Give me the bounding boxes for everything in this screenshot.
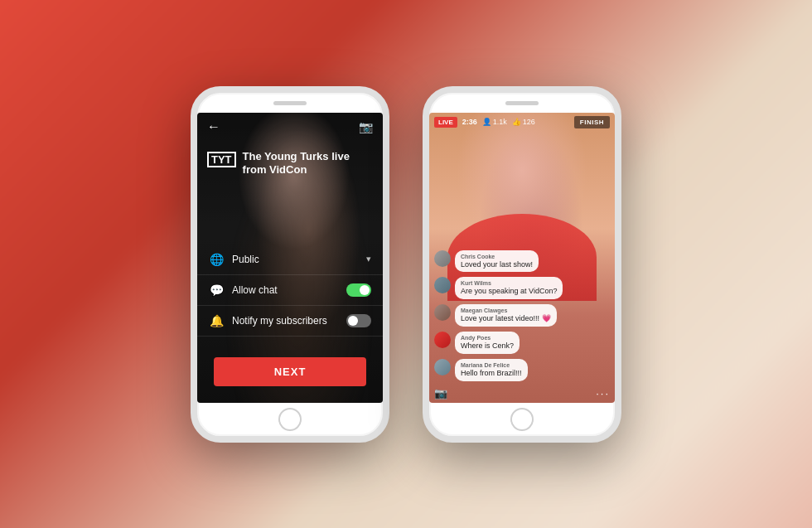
camera-footer-icon[interactable]: 📷 bbox=[434, 387, 447, 400]
phone1-header: ← 📷 bbox=[207, 119, 373, 134]
public-label: Public bbox=[232, 254, 358, 265]
likes-count: 126 bbox=[523, 118, 535, 126]
phone-2-screen: LIVE 2:36 👤 1.1k 👍 126 FINISH C bbox=[429, 113, 615, 403]
phone-2: LIVE 2:36 👤 1.1k 👍 126 FINISH C bbox=[423, 86, 621, 443]
phone2-footer: 📷 ··· bbox=[434, 387, 610, 400]
chat-avatar-4 bbox=[434, 332, 451, 348]
phones-container: ← 📷 TYT The Young Turks live from VidCon… bbox=[191, 86, 621, 443]
allow-chat-toggle[interactable] bbox=[346, 283, 371, 297]
camera-icon[interactable]: 📷 bbox=[359, 120, 373, 133]
tyt-logo: TYT bbox=[207, 152, 236, 167]
live-badge: LIVE bbox=[434, 117, 457, 128]
phone-home-button[interactable] bbox=[278, 408, 302, 431]
chat-text-5: Hello from Brazil!!! bbox=[461, 369, 522, 378]
chat-icon: 💬 bbox=[209, 283, 224, 297]
chat-name-5: Mariana De Felice bbox=[461, 362, 522, 368]
finish-button[interactable]: FINISH bbox=[574, 116, 610, 128]
option-public[interactable]: 🌐 Public ▾ bbox=[197, 245, 383, 275]
chat-name-2: Kurt Wilms bbox=[461, 280, 557, 286]
chat-avatar-3 bbox=[434, 304, 451, 321]
phone-1-screen: ← 📷 TYT The Young Turks live from VidCon… bbox=[197, 113, 383, 403]
stream-title: The Young Turks live from VidCon bbox=[243, 150, 373, 178]
bell-icon: 🔔 bbox=[209, 314, 224, 327]
chat-message-1: Chris Cooke Loved your last show! bbox=[434, 250, 610, 273]
chat-text-4: Where is Cenk? bbox=[461, 342, 514, 351]
chat-message-3: Maegan Clawges Love your latest video!!!… bbox=[434, 304, 610, 327]
notify-toggle[interactable] bbox=[346, 314, 371, 327]
more-options-icon[interactable]: ··· bbox=[596, 387, 610, 400]
live-time: 2:36 bbox=[462, 118, 477, 126]
likes-icon: 👍 bbox=[512, 118, 521, 126]
chat-bubble-4: Andy Poes Where is Cenk? bbox=[455, 332, 520, 354]
chat-text-3: Love your latest video!!! 💗 bbox=[461, 314, 551, 323]
chat-avatar-5 bbox=[434, 359, 451, 375]
phone2-header: LIVE 2:36 👤 1.1k 👍 126 FINISH bbox=[434, 116, 610, 128]
notify-label: Notify my subscribers bbox=[232, 315, 338, 327]
live-likes: 👍 126 bbox=[512, 118, 535, 126]
chat-name-1: Chris Cooke bbox=[461, 254, 533, 259]
chat-message-4: Andy Poes Where is Cenk? bbox=[434, 332, 610, 354]
phone-speaker bbox=[273, 101, 307, 105]
phone1-title-area: TYT The Young Turks live from VidCon bbox=[207, 150, 373, 178]
allow-chat-label: Allow chat bbox=[232, 284, 338, 296]
chat-bubble-3: Maegan Clawges Love your latest video!!!… bbox=[455, 304, 557, 327]
next-button[interactable]: NEXT bbox=[214, 357, 366, 386]
viewers-count: 1.1k bbox=[493, 118, 507, 126]
live-viewers: 👤 1.1k bbox=[482, 118, 507, 126]
public-icon: 🌐 bbox=[209, 253, 224, 266]
chat-text-2: Are you speaking at VidCon? bbox=[461, 287, 557, 296]
option-notify[interactable]: 🔔 Notify my subscribers bbox=[197, 306, 383, 337]
viewers-icon: 👤 bbox=[482, 118, 491, 126]
public-value: ▾ bbox=[366, 254, 371, 264]
chat-area: Chris Cooke Loved your last show! Kurt W… bbox=[429, 250, 615, 386]
chat-avatar-2 bbox=[434, 277, 451, 293]
chat-bubble-1: Chris Cooke Loved your last show! bbox=[455, 250, 539, 273]
chat-bubble-5: Mariana De Felice Hello from Brazil!!! bbox=[455, 359, 528, 381]
chat-text-1: Loved your last show! bbox=[461, 260, 533, 269]
chat-message-2: Kurt Wilms Are you speaking at VidCon? bbox=[434, 277, 610, 299]
phone1-options: 🌐 Public ▾ 💬 Allow chat 🔔 Notify my subs… bbox=[197, 245, 383, 337]
chat-message-5: Mariana De Felice Hello from Brazil!!! bbox=[434, 359, 610, 381]
chat-avatar-1 bbox=[434, 250, 451, 267]
chat-bubble-2: Kurt Wilms Are you speaking at VidCon? bbox=[455, 277, 563, 299]
chat-name-4: Andy Poes bbox=[461, 335, 514, 341]
phone2-home-button[interactable] bbox=[510, 408, 534, 431]
phone-1: ← 📷 TYT The Young Turks live from VidCon… bbox=[191, 86, 389, 443]
back-arrow-icon[interactable]: ← bbox=[207, 119, 220, 134]
phone2-speaker bbox=[505, 101, 539, 105]
option-allow-chat[interactable]: 💬 Allow chat bbox=[197, 275, 383, 306]
chat-name-3: Maegan Clawges bbox=[461, 308, 551, 313]
